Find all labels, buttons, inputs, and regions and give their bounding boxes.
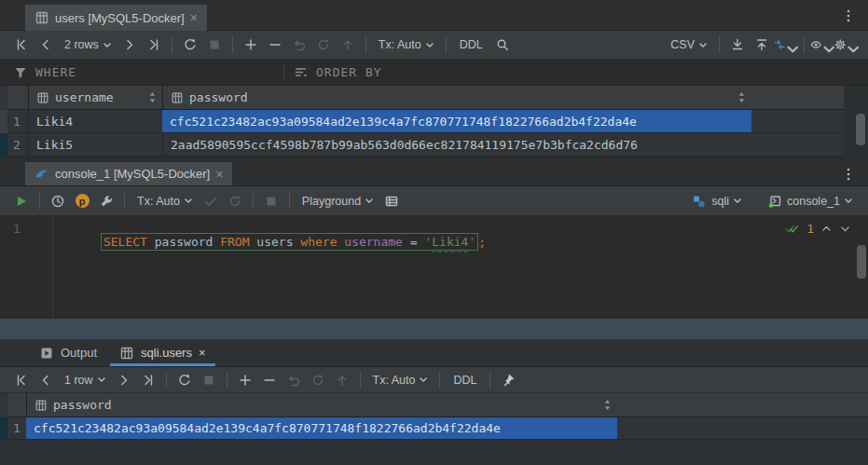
submit-button[interactable] [330, 370, 354, 390]
rollback-button[interactable] [311, 34, 336, 55]
view-options-button[interactable] [810, 34, 834, 55]
sql-statement[interactable]: SELECT password FROM users where usernam… [57, 219, 486, 265]
table-icon [119, 346, 134, 361]
tab-options-button[interactable] [836, 164, 861, 185]
reload-data-button[interactable] [172, 370, 197, 390]
clock-icon [50, 194, 65, 209]
cell-password[interactable]: 2aad5890595ccf4598b787b99ab563d0d66ec821… [162, 133, 751, 156]
cell-password-selected[interactable]: cfc521c23482ac93a09584ad2e139c4a7fc87077… [26, 417, 617, 439]
next-page-button[interactable] [117, 34, 142, 55]
tab-users-table[interactable]: users [MySQL5-Docker] × [25, 5, 207, 31]
delete-row-button[interactable] [257, 370, 282, 390]
output-icon [39, 346, 54, 361]
arrow-up-icon [340, 37, 355, 52]
order-by-field[interactable]: ORDER BY [294, 65, 382, 80]
add-row-button[interactable] [239, 34, 263, 55]
add-row-button[interactable] [233, 370, 257, 390]
stop-button[interactable] [197, 370, 221, 390]
table-row: 1 Liki4 cfc521c23482ac93a09584ad2e139c4a… [0, 110, 868, 133]
submit-button[interactable] [336, 34, 360, 55]
cell-username[interactable]: Liki5 [28, 133, 162, 156]
row-number[interactable]: 2 [7, 133, 26, 156]
chevron-up-icon[interactable] [820, 223, 833, 235]
first-page-button[interactable] [9, 34, 34, 55]
ddl-button[interactable]: DDL [452, 38, 490, 51]
tab-console[interactable]: console_1 [MySQL5-Docker] × [25, 162, 232, 185]
rollback-button[interactable] [223, 191, 247, 212]
sql-editor[interactable]: 1 SELECT password FROM users where usern… [0, 216, 868, 319]
editor-scrollbar-thumb[interactable] [857, 245, 866, 279]
tx-mode-dropdown[interactable]: Tx: Auto [366, 374, 434, 387]
stop-icon [207, 37, 222, 52]
chevron-down-icon[interactable] [839, 223, 851, 235]
page-size-dropdown[interactable]: 2 rows [58, 38, 117, 51]
previous-page-button[interactable] [34, 370, 58, 390]
close-icon[interactable]: × [190, 11, 198, 24]
in-editor-results-button[interactable] [379, 191, 404, 212]
filter-funnel-icon [13, 65, 28, 80]
toolbar-separator [446, 36, 447, 53]
delete-row-button[interactable] [263, 34, 287, 55]
settings-button[interactable] [834, 34, 859, 55]
rollback-icon [227, 194, 242, 209]
close-icon[interactable]: × [199, 346, 206, 360]
first-page-button[interactable] [9, 370, 34, 390]
revert-changes-button[interactable] [282, 370, 306, 390]
last-page-button[interactable] [142, 34, 166, 55]
compare-button[interactable] [774, 34, 798, 55]
stop-button[interactable] [202, 34, 227, 55]
scrollbar-thumb[interactable] [856, 114, 865, 145]
console-session-icon [767, 194, 782, 209]
tx-mode-dropdown[interactable]: Tx: Auto [131, 195, 199, 208]
export-data-button[interactable] [725, 34, 750, 55]
session-dropdown[interactable]: console_1 [761, 194, 859, 209]
reload-data-button[interactable] [178, 34, 202, 55]
schema-dropdown[interactable]: sqli [685, 194, 748, 209]
revert-changes-button[interactable] [287, 34, 311, 55]
row-number[interactable]: 1 [7, 417, 26, 439]
where-filter-field[interactable]: WHERE [13, 65, 283, 80]
tab-options-button[interactable] [836, 6, 861, 26]
rollback-icon [310, 373, 325, 388]
tab-output[interactable]: Output [28, 339, 108, 366]
scrollbar-track[interactable] [844, 86, 868, 157]
page-size-dropdown[interactable]: 1 row [58, 374, 112, 387]
cell-password-selected[interactable]: cfc521c23482ac93a09584ad2e139c4a7fc87077… [162, 110, 751, 132]
close-icon[interactable]: × [215, 168, 223, 181]
ddl-button[interactable]: DDL [446, 374, 484, 387]
rollback-button[interactable] [306, 370, 330, 390]
pin-icon [501, 373, 516, 388]
playground-dropdown[interactable]: Playground [296, 195, 379, 208]
commit-button[interactable] [199, 191, 223, 212]
export-format-dropdown[interactable]: CSV [664, 38, 713, 51]
console-settings-button[interactable] [94, 191, 118, 212]
column-header-username[interactable]: username [28, 86, 162, 109]
tab-sqli-users[interactable]: sqli.users × [108, 339, 217, 366]
run-button[interactable] [9, 191, 34, 212]
last-page-button[interactable] [136, 370, 160, 390]
row-number[interactable]: 1 [7, 110, 26, 132]
parameters-button[interactable]: p [70, 191, 94, 212]
sql-operator: = [410, 235, 425, 249]
panel-splitter[interactable] [0, 319, 868, 339]
cell-username[interactable]: Liki4 [28, 110, 162, 132]
column-header-password[interactable]: password [162, 86, 751, 109]
import-data-button[interactable] [750, 34, 774, 55]
tab-label: console_1 [MySQL5-Docker] [55, 167, 210, 181]
history-button[interactable] [46, 191, 70, 212]
toolbar-separator [804, 36, 805, 53]
search-button[interactable] [490, 34, 515, 55]
column-icon [36, 91, 49, 104]
editor-tab-bar: users [MySQL5-Docker] × [0, 0, 868, 31]
previous-page-button[interactable] [34, 34, 58, 55]
tx-mode-dropdown[interactable]: Tx: Auto [372, 38, 440, 51]
inspection-widget[interactable]: 1 [784, 222, 851, 236]
sql-string-value: Liki4 [432, 235, 468, 249]
column-header-password[interactable]: password [26, 393, 617, 417]
column-label: password [53, 398, 112, 412]
sort-icon [148, 91, 157, 103]
toolbar-separator [360, 372, 361, 389]
pin-tab-button[interactable] [496, 370, 520, 390]
next-page-button[interactable] [112, 370, 136, 390]
stop-button[interactable] [259, 191, 283, 212]
